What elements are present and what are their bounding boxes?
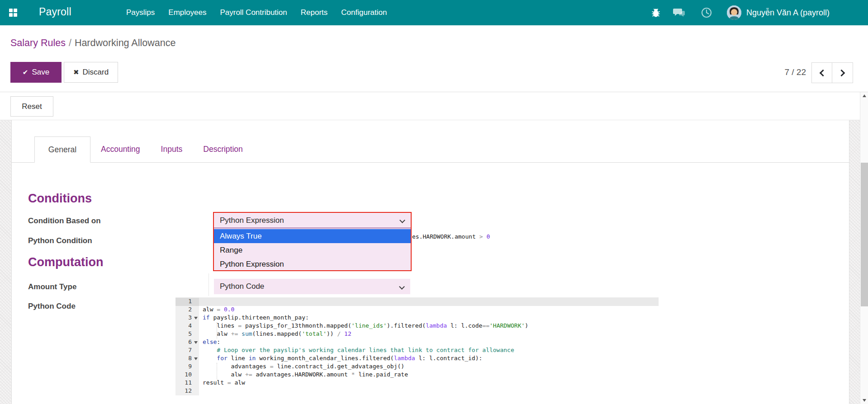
user-name[interactable]: Nguyễn Văn A (payroll) [746,0,830,25]
pager-previous-button[interactable] [811,62,832,83]
code-token: l: l.code [447,322,482,329]
scrollbar-thumb[interactable] [861,163,868,306]
chevron-down-icon [399,284,405,290]
tab-inputs[interactable]: Inputs [151,136,193,162]
section-title-computation: Computation [28,255,103,269]
code-token: l: l.contract_id): [415,355,483,362]
code-token: = [270,363,277,370]
code-token: working_month_calendar_lines.filtered( [256,355,394,362]
option-python-expression[interactable]: Python Expression [214,257,411,271]
activities-clock-icon[interactable] [701,0,712,25]
code-token: lambda [426,322,447,329]
code-line[interactable]: 6else: [175,338,659,347]
fold-arrow-icon[interactable] [194,357,198,360]
pager-next-button[interactable] [832,62,853,83]
code-token: )) [327,330,337,337]
line-number: 5 [175,330,199,338]
fold-arrow-icon[interactable] [194,317,198,319]
app-title[interactable]: Payroll [39,6,71,18]
code-line[interactable]: 12 [175,387,659,395]
code-line[interactable]: 2alw = 0.0 [175,306,659,314]
section-title-conditions: Conditions [28,192,92,206]
code-line-content: alw = 0.0 [199,306,659,314]
debug-bug-icon[interactable] [650,0,661,25]
user-avatar[interactable] [727,5,741,20]
line-number: 6 [175,338,199,347]
code-token: 12 [344,330,351,337]
code-token: lines [203,322,238,329]
code-token [203,355,217,362]
option-always-true[interactable]: Always True [214,229,411,243]
line-number: 9 [175,363,199,371]
navbar-menu-configuration[interactable]: Configuration [341,8,387,17]
code-line[interactable]: 1 [175,298,659,306]
apps-menu-icon[interactable] [9,9,17,17]
code-token: 'HARDWORK' [489,322,525,329]
python-code-editor[interactable]: 12alw = 0.03if payslip.thirteen_month_pa… [175,297,659,396]
code-token: es.HARDWORK.amount [412,233,479,240]
code-token: += [245,371,256,378]
line-number: 10 [175,371,199,379]
save-button[interactable]: ✔Save [10,62,62,83]
top-navbar: Payroll PayslipsEmployeesPayroll Contrib… [0,0,868,25]
code-line-content [199,298,659,306]
code-line-content: result = alw [199,379,659,387]
code-line[interactable]: 3if payslip.thirteen_month_pay: [175,314,659,322]
navbar-menu-payslips[interactable]: Payslips [126,8,155,17]
tab-description[interactable]: Description [193,136,253,162]
messages-chat-icon[interactable] [673,0,685,25]
code-line-content: for line in working_month_calendar_lines… [199,355,659,363]
code-token: = [238,322,245,329]
code-token: = [228,379,235,386]
code-token: * [351,371,359,378]
code-token: payslip.thirteen_month_pay: [213,314,308,321]
code-line-content [199,387,659,395]
code-line[interactable]: 8 for line in working_month_calendar_lin… [175,355,659,363]
tab-general[interactable]: General [34,136,90,163]
code-token: sum [242,330,252,337]
code-line[interactable]: 9 advantages = line.contract_id.get_adva… [175,363,659,371]
label-condition-based-on: Condition Based on [28,216,101,225]
option-range[interactable]: Range [214,243,411,257]
notebook-tabs: GeneralAccountingInputsDescription [12,136,849,163]
line-number: 2 [175,306,199,314]
breadcrumb-parent-link[interactable]: Salary Rules [10,38,66,48]
discard-button[interactable]: ✖Discard [64,62,118,83]
code-token: for [217,355,227,362]
code-line[interactable]: 11result = alw [175,379,659,387]
tab-accounting[interactable]: Accounting [90,136,151,162]
line-number: 1 [175,298,199,306]
code-line[interactable]: 5 alw += sum(lines.mapped('total')) / 12 [175,330,659,338]
chevron-left-icon [819,69,826,76]
x-icon: ✖ [73,68,79,76]
scroll-up-arrow[interactable] [860,92,868,99]
code-token: 'line_ids' [351,322,387,329]
code-token: ).filtered( [387,322,426,329]
code-token: # Loop over the payslip's working calend… [203,347,514,353]
code-line[interactable]: 7 # Loop over the payslip's working cale… [175,347,659,355]
label-python-condition: Python Condition [28,236,92,245]
vertical-scrollbar[interactable] [860,92,868,404]
code-line[interactable]: 10 alw += advantages.HARDWORK.amount * l… [175,371,659,379]
line-number: 4 [175,322,199,330]
code-token: alw [234,379,245,386]
code-token: 0.0 [224,306,234,313]
reset-button[interactable]: Reset [10,96,53,117]
code-token: 0 [486,233,490,240]
code-token: alw [203,306,217,313]
condition-based-on-select[interactable]: Python Expression [214,213,411,228]
amount-type-select[interactable]: Python Code [214,279,410,294]
fold-arrow-icon[interactable] [194,341,198,344]
python-condition-code[interactable]: es.HARDWORK.amount > 0 [412,233,490,240]
control-panel: Salary Rules/Hardworking Allowance ✔Save… [0,25,868,92]
code-token: : [217,338,220,345]
navbar-menu-reports[interactable]: Reports [301,8,328,17]
scroll-down-arrow[interactable] [860,397,868,404]
code-token: ) [525,322,528,329]
condition-based-on-options: Always TrueRangePython Expression [214,229,411,271]
navbar-menu-payroll-contribution[interactable]: Payroll Contribution [220,8,287,17]
code-line[interactable]: 4 lines = payslips_for_13thmonth.mapped(… [175,322,659,330]
code-token: if [203,314,213,321]
navbar-menu-employees[interactable]: Employees [168,8,206,17]
indent-guide [217,363,217,379]
